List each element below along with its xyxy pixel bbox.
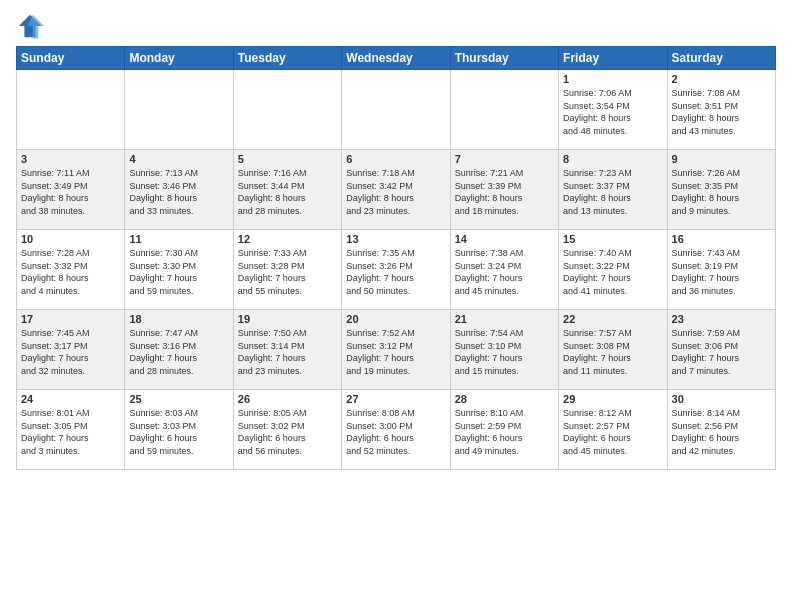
day-number: 17 xyxy=(21,313,120,325)
calendar-day: 6Sunrise: 7:18 AM Sunset: 3:42 PM Daylig… xyxy=(342,150,450,230)
logo xyxy=(16,12,48,40)
day-info: Sunrise: 7:59 AM Sunset: 3:06 PM Dayligh… xyxy=(672,327,771,377)
day-number: 27 xyxy=(346,393,445,405)
day-number: 4 xyxy=(129,153,228,165)
calendar-day: 11Sunrise: 7:30 AM Sunset: 3:30 PM Dayli… xyxy=(125,230,233,310)
day-info: Sunrise: 8:03 AM Sunset: 3:03 PM Dayligh… xyxy=(129,407,228,457)
calendar-day: 21Sunrise: 7:54 AM Sunset: 3:10 PM Dayli… xyxy=(450,310,558,390)
day-number: 1 xyxy=(563,73,662,85)
day-info: Sunrise: 7:21 AM Sunset: 3:39 PM Dayligh… xyxy=(455,167,554,217)
day-number: 3 xyxy=(21,153,120,165)
day-info: Sunrise: 7:06 AM Sunset: 3:54 PM Dayligh… xyxy=(563,87,662,137)
calendar-day: 3Sunrise: 7:11 AM Sunset: 3:49 PM Daylig… xyxy=(17,150,125,230)
weekday-header: Sunday xyxy=(17,47,125,70)
calendar-day xyxy=(233,70,341,150)
day-number: 18 xyxy=(129,313,228,325)
day-number: 7 xyxy=(455,153,554,165)
logo-icon xyxy=(16,12,44,40)
calendar-day: 15Sunrise: 7:40 AM Sunset: 3:22 PM Dayli… xyxy=(559,230,667,310)
header-row xyxy=(16,12,776,40)
day-info: Sunrise: 7:38 AM Sunset: 3:24 PM Dayligh… xyxy=(455,247,554,297)
day-info: Sunrise: 7:50 AM Sunset: 3:14 PM Dayligh… xyxy=(238,327,337,377)
calendar-day: 25Sunrise: 8:03 AM Sunset: 3:03 PM Dayli… xyxy=(125,390,233,470)
day-number: 25 xyxy=(129,393,228,405)
day-info: Sunrise: 7:18 AM Sunset: 3:42 PM Dayligh… xyxy=(346,167,445,217)
day-info: Sunrise: 7:47 AM Sunset: 3:16 PM Dayligh… xyxy=(129,327,228,377)
calendar-day: 8Sunrise: 7:23 AM Sunset: 3:37 PM Daylig… xyxy=(559,150,667,230)
weekday-header: Tuesday xyxy=(233,47,341,70)
day-number: 5 xyxy=(238,153,337,165)
day-number: 9 xyxy=(672,153,771,165)
day-number: 23 xyxy=(672,313,771,325)
calendar-day: 29Sunrise: 8:12 AM Sunset: 2:57 PM Dayli… xyxy=(559,390,667,470)
day-info: Sunrise: 7:35 AM Sunset: 3:26 PM Dayligh… xyxy=(346,247,445,297)
calendar-day: 5Sunrise: 7:16 AM Sunset: 3:44 PM Daylig… xyxy=(233,150,341,230)
weekday-header: Friday xyxy=(559,47,667,70)
calendar-day: 26Sunrise: 8:05 AM Sunset: 3:02 PM Dayli… xyxy=(233,390,341,470)
calendar-week: 1Sunrise: 7:06 AM Sunset: 3:54 PM Daylig… xyxy=(17,70,776,150)
day-number: 26 xyxy=(238,393,337,405)
calendar-week: 10Sunrise: 7:28 AM Sunset: 3:32 PM Dayli… xyxy=(17,230,776,310)
calendar-day: 28Sunrise: 8:10 AM Sunset: 2:59 PM Dayli… xyxy=(450,390,558,470)
day-number: 28 xyxy=(455,393,554,405)
calendar-day: 22Sunrise: 7:57 AM Sunset: 3:08 PM Dayli… xyxy=(559,310,667,390)
day-info: Sunrise: 7:28 AM Sunset: 3:32 PM Dayligh… xyxy=(21,247,120,297)
calendar-day: 27Sunrise: 8:08 AM Sunset: 3:00 PM Dayli… xyxy=(342,390,450,470)
day-info: Sunrise: 7:57 AM Sunset: 3:08 PM Dayligh… xyxy=(563,327,662,377)
calendar-day: 16Sunrise: 7:43 AM Sunset: 3:19 PM Dayli… xyxy=(667,230,775,310)
calendar-day xyxy=(125,70,233,150)
day-number: 22 xyxy=(563,313,662,325)
day-info: Sunrise: 7:40 AM Sunset: 3:22 PM Dayligh… xyxy=(563,247,662,297)
calendar-week: 3Sunrise: 7:11 AM Sunset: 3:49 PM Daylig… xyxy=(17,150,776,230)
calendar-day: 2Sunrise: 7:08 AM Sunset: 3:51 PM Daylig… xyxy=(667,70,775,150)
calendar-day: 30Sunrise: 8:14 AM Sunset: 2:56 PM Dayli… xyxy=(667,390,775,470)
day-number: 6 xyxy=(346,153,445,165)
day-info: Sunrise: 7:26 AM Sunset: 3:35 PM Dayligh… xyxy=(672,167,771,217)
page: SundayMondayTuesdayWednesdayThursdayFrid… xyxy=(0,0,792,478)
day-number: 13 xyxy=(346,233,445,245)
day-info: Sunrise: 7:13 AM Sunset: 3:46 PM Dayligh… xyxy=(129,167,228,217)
calendar-day: 20Sunrise: 7:52 AM Sunset: 3:12 PM Dayli… xyxy=(342,310,450,390)
weekday-header: Thursday xyxy=(450,47,558,70)
day-info: Sunrise: 7:52 AM Sunset: 3:12 PM Dayligh… xyxy=(346,327,445,377)
day-info: Sunrise: 7:30 AM Sunset: 3:30 PM Dayligh… xyxy=(129,247,228,297)
day-info: Sunrise: 8:14 AM Sunset: 2:56 PM Dayligh… xyxy=(672,407,771,457)
day-number: 14 xyxy=(455,233,554,245)
day-number: 11 xyxy=(129,233,228,245)
day-info: Sunrise: 8:08 AM Sunset: 3:00 PM Dayligh… xyxy=(346,407,445,457)
day-number: 8 xyxy=(563,153,662,165)
day-number: 24 xyxy=(21,393,120,405)
calendar-day xyxy=(17,70,125,150)
header-row-days: SundayMondayTuesdayWednesdayThursdayFrid… xyxy=(17,47,776,70)
calendar-day: 13Sunrise: 7:35 AM Sunset: 3:26 PM Dayli… xyxy=(342,230,450,310)
calendar-day: 17Sunrise: 7:45 AM Sunset: 3:17 PM Dayli… xyxy=(17,310,125,390)
weekday-header: Wednesday xyxy=(342,47,450,70)
day-number: 16 xyxy=(672,233,771,245)
calendar-day: 12Sunrise: 7:33 AM Sunset: 3:28 PM Dayli… xyxy=(233,230,341,310)
day-number: 30 xyxy=(672,393,771,405)
calendar-day: 23Sunrise: 7:59 AM Sunset: 3:06 PM Dayli… xyxy=(667,310,775,390)
day-info: Sunrise: 8:10 AM Sunset: 2:59 PM Dayligh… xyxy=(455,407,554,457)
weekday-header: Saturday xyxy=(667,47,775,70)
day-number: 20 xyxy=(346,313,445,325)
day-number: 10 xyxy=(21,233,120,245)
day-info: Sunrise: 7:11 AM Sunset: 3:49 PM Dayligh… xyxy=(21,167,120,217)
calendar-day: 9Sunrise: 7:26 AM Sunset: 3:35 PM Daylig… xyxy=(667,150,775,230)
calendar-week: 17Sunrise: 7:45 AM Sunset: 3:17 PM Dayli… xyxy=(17,310,776,390)
calendar-day: 18Sunrise: 7:47 AM Sunset: 3:16 PM Dayli… xyxy=(125,310,233,390)
calendar-day xyxy=(450,70,558,150)
calendar-day xyxy=(342,70,450,150)
calendar-week: 24Sunrise: 8:01 AM Sunset: 3:05 PM Dayli… xyxy=(17,390,776,470)
day-info: Sunrise: 7:23 AM Sunset: 3:37 PM Dayligh… xyxy=(563,167,662,217)
day-info: Sunrise: 8:05 AM Sunset: 3:02 PM Dayligh… xyxy=(238,407,337,457)
day-info: Sunrise: 7:08 AM Sunset: 3:51 PM Dayligh… xyxy=(672,87,771,137)
day-number: 19 xyxy=(238,313,337,325)
day-info: Sunrise: 8:12 AM Sunset: 2:57 PM Dayligh… xyxy=(563,407,662,457)
calendar: SundayMondayTuesdayWednesdayThursdayFrid… xyxy=(16,46,776,470)
weekday-header: Monday xyxy=(125,47,233,70)
calendar-day: 10Sunrise: 7:28 AM Sunset: 3:32 PM Dayli… xyxy=(17,230,125,310)
day-info: Sunrise: 7:16 AM Sunset: 3:44 PM Dayligh… xyxy=(238,167,337,217)
calendar-day: 14Sunrise: 7:38 AM Sunset: 3:24 PM Dayli… xyxy=(450,230,558,310)
day-info: Sunrise: 8:01 AM Sunset: 3:05 PM Dayligh… xyxy=(21,407,120,457)
day-info: Sunrise: 7:33 AM Sunset: 3:28 PM Dayligh… xyxy=(238,247,337,297)
